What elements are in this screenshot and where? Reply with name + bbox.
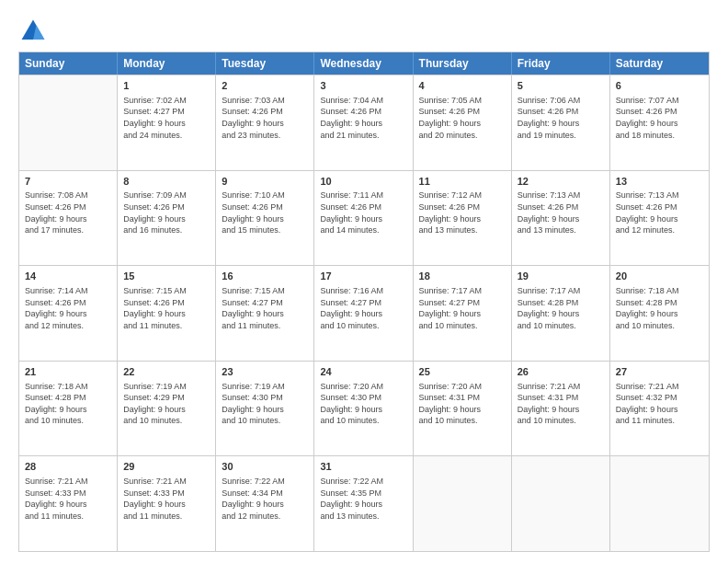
calendar-cell: 28Sunrise: 7:21 AM Sunset: 4:33 PM Dayli… xyxy=(19,456,118,551)
day-info: Sunrise: 7:02 AM Sunset: 4:27 PM Dayligh… xyxy=(123,95,210,141)
day-info: Sunrise: 7:06 AM Sunset: 4:26 PM Dayligh… xyxy=(518,95,604,141)
calendar-cell: 3Sunrise: 7:04 AM Sunset: 4:26 PM Daylig… xyxy=(314,75,413,170)
calendar-header-row: SundayMondayTuesdayWednesdayThursdayFrid… xyxy=(19,52,709,75)
calendar-cell: 2Sunrise: 7:03 AM Sunset: 4:26 PM Daylig… xyxy=(216,75,314,170)
day-number: 27 xyxy=(616,365,703,379)
day-number: 25 xyxy=(419,365,506,379)
calendar-header-cell: Wednesday xyxy=(314,52,413,75)
day-number: 15 xyxy=(123,270,210,283)
calendar-cell: 17Sunrise: 7:16 AM Sunset: 4:27 PM Dayli… xyxy=(314,266,413,361)
calendar-cell: 16Sunrise: 7:15 AM Sunset: 4:27 PM Dayli… xyxy=(216,266,314,361)
day-info: Sunrise: 7:18 AM Sunset: 4:28 PM Dayligh… xyxy=(616,285,703,331)
day-number: 17 xyxy=(320,270,406,283)
calendar-cell: 20Sunrise: 7:18 AM Sunset: 4:28 PM Dayli… xyxy=(610,266,709,361)
calendar-cell xyxy=(610,456,709,551)
day-info: Sunrise: 7:15 AM Sunset: 4:27 PM Dayligh… xyxy=(222,285,308,331)
calendar-cell: 11Sunrise: 7:12 AM Sunset: 4:26 PM Dayli… xyxy=(414,171,512,266)
calendar-header-cell: Monday xyxy=(118,52,216,75)
day-info: Sunrise: 7:12 AM Sunset: 4:26 PM Dayligh… xyxy=(419,190,506,236)
calendar-cell: 12Sunrise: 7:13 AM Sunset: 4:26 PM Dayli… xyxy=(512,171,610,266)
day-number: 10 xyxy=(320,175,406,189)
calendar-cell: 29Sunrise: 7:21 AM Sunset: 4:33 PM Dayli… xyxy=(118,456,216,551)
calendar-cell: 7Sunrise: 7:08 AM Sunset: 4:26 PM Daylig… xyxy=(19,171,118,266)
calendar-header-cell: Sunday xyxy=(19,52,118,75)
day-number: 3 xyxy=(320,79,406,93)
day-number: 31 xyxy=(320,460,406,474)
calendar-cell: 15Sunrise: 7:15 AM Sunset: 4:26 PM Dayli… xyxy=(118,266,216,361)
logo xyxy=(18,17,51,46)
calendar-cell: 6Sunrise: 7:07 AM Sunset: 4:26 PM Daylig… xyxy=(610,75,709,170)
day-info: Sunrise: 7:11 AM Sunset: 4:26 PM Dayligh… xyxy=(320,190,406,236)
day-info: Sunrise: 7:22 AM Sunset: 4:34 PM Dayligh… xyxy=(222,476,308,522)
calendar-cell: 31Sunrise: 7:22 AM Sunset: 4:35 PM Dayli… xyxy=(314,456,413,551)
day-number: 6 xyxy=(616,79,703,93)
day-info: Sunrise: 7:21 AM Sunset: 4:33 PM Dayligh… xyxy=(123,476,210,522)
day-info: Sunrise: 7:20 AM Sunset: 4:31 PM Dayligh… xyxy=(419,381,506,427)
calendar-cell: 1Sunrise: 7:02 AM Sunset: 4:27 PM Daylig… xyxy=(118,75,216,170)
header xyxy=(18,17,710,46)
calendar-cell: 8Sunrise: 7:09 AM Sunset: 4:26 PM Daylig… xyxy=(118,171,216,266)
calendar-header-cell: Saturday xyxy=(610,52,709,75)
calendar-cell: 26Sunrise: 7:21 AM Sunset: 4:31 PM Dayli… xyxy=(512,362,610,456)
calendar-header-cell: Thursday xyxy=(414,52,512,75)
day-number: 14 xyxy=(25,270,111,283)
day-number: 7 xyxy=(25,175,111,189)
day-info: Sunrise: 7:04 AM Sunset: 4:26 PM Dayligh… xyxy=(320,95,406,141)
calendar-header-cell: Friday xyxy=(512,52,610,75)
day-info: Sunrise: 7:22 AM Sunset: 4:35 PM Dayligh… xyxy=(320,476,406,522)
day-number: 28 xyxy=(25,460,111,474)
day-info: Sunrise: 7:13 AM Sunset: 4:26 PM Dayligh… xyxy=(616,190,703,236)
day-number: 4 xyxy=(419,79,506,93)
day-info: Sunrise: 7:16 AM Sunset: 4:27 PM Dayligh… xyxy=(320,285,406,331)
calendar-week: 1Sunrise: 7:02 AM Sunset: 4:27 PM Daylig… xyxy=(19,75,709,170)
day-info: Sunrise: 7:17 AM Sunset: 4:27 PM Dayligh… xyxy=(419,285,506,331)
logo-icon xyxy=(18,17,48,46)
calendar-cell: 10Sunrise: 7:11 AM Sunset: 4:26 PM Dayli… xyxy=(314,171,413,266)
day-info: Sunrise: 7:20 AM Sunset: 4:30 PM Dayligh… xyxy=(320,381,406,427)
day-number: 16 xyxy=(222,270,308,283)
calendar-cell: 5Sunrise: 7:06 AM Sunset: 4:26 PM Daylig… xyxy=(512,75,610,170)
day-number: 23 xyxy=(222,365,308,379)
day-number: 9 xyxy=(222,175,308,189)
day-number: 18 xyxy=(419,270,506,283)
day-number: 2 xyxy=(222,79,308,93)
day-number: 12 xyxy=(518,175,604,189)
day-info: Sunrise: 7:18 AM Sunset: 4:28 PM Dayligh… xyxy=(25,381,111,427)
calendar-cell: 9Sunrise: 7:10 AM Sunset: 4:26 PM Daylig… xyxy=(216,171,314,266)
day-info: Sunrise: 7:15 AM Sunset: 4:26 PM Dayligh… xyxy=(123,285,210,331)
day-number: 1 xyxy=(123,79,210,93)
calendar-cell: 18Sunrise: 7:17 AM Sunset: 4:27 PM Dayli… xyxy=(414,266,512,361)
day-number: 21 xyxy=(25,365,111,379)
calendar-cell xyxy=(19,75,118,170)
day-info: Sunrise: 7:10 AM Sunset: 4:26 PM Dayligh… xyxy=(222,190,308,236)
day-number: 24 xyxy=(320,365,406,379)
calendar-cell: 4Sunrise: 7:05 AM Sunset: 4:26 PM Daylig… xyxy=(414,75,512,170)
day-info: Sunrise: 7:08 AM Sunset: 4:26 PM Dayligh… xyxy=(25,190,111,236)
calendar-cell: 30Sunrise: 7:22 AM Sunset: 4:34 PM Dayli… xyxy=(216,456,314,551)
calendar-cell: 14Sunrise: 7:14 AM Sunset: 4:26 PM Dayli… xyxy=(19,266,118,361)
calendar-cell: 24Sunrise: 7:20 AM Sunset: 4:30 PM Dayli… xyxy=(314,362,413,456)
day-number: 19 xyxy=(518,270,604,283)
day-number: 20 xyxy=(616,270,703,283)
day-number: 13 xyxy=(616,175,703,189)
calendar-cell: 21Sunrise: 7:18 AM Sunset: 4:28 PM Dayli… xyxy=(19,362,118,456)
calendar-header-cell: Tuesday xyxy=(216,52,314,75)
calendar-week: 14Sunrise: 7:14 AM Sunset: 4:26 PM Dayli… xyxy=(19,265,709,361)
day-number: 8 xyxy=(123,175,210,189)
day-info: Sunrise: 7:19 AM Sunset: 4:30 PM Dayligh… xyxy=(222,381,308,427)
day-info: Sunrise: 7:21 AM Sunset: 4:31 PM Dayligh… xyxy=(518,381,604,427)
calendar: SundayMondayTuesdayWednesdayThursdayFrid… xyxy=(18,52,710,552)
calendar-cell: 13Sunrise: 7:13 AM Sunset: 4:26 PM Dayli… xyxy=(610,171,709,266)
calendar-cell: 23Sunrise: 7:19 AM Sunset: 4:30 PM Dayli… xyxy=(216,362,314,456)
day-info: Sunrise: 7:03 AM Sunset: 4:26 PM Dayligh… xyxy=(222,95,308,141)
day-info: Sunrise: 7:05 AM Sunset: 4:26 PM Dayligh… xyxy=(419,95,506,141)
page: SundayMondayTuesdayWednesdayThursdayFrid… xyxy=(0,0,728,563)
day-info: Sunrise: 7:09 AM Sunset: 4:26 PM Dayligh… xyxy=(123,190,210,236)
calendar-week: 28Sunrise: 7:21 AM Sunset: 4:33 PM Dayli… xyxy=(19,455,709,551)
calendar-week: 7Sunrise: 7:08 AM Sunset: 4:26 PM Daylig… xyxy=(19,170,709,266)
day-number: 11 xyxy=(419,175,506,189)
calendar-cell: 25Sunrise: 7:20 AM Sunset: 4:31 PM Dayli… xyxy=(414,362,512,456)
day-info: Sunrise: 7:14 AM Sunset: 4:26 PM Dayligh… xyxy=(25,285,111,331)
day-number: 5 xyxy=(518,79,604,93)
day-number: 22 xyxy=(123,365,210,379)
